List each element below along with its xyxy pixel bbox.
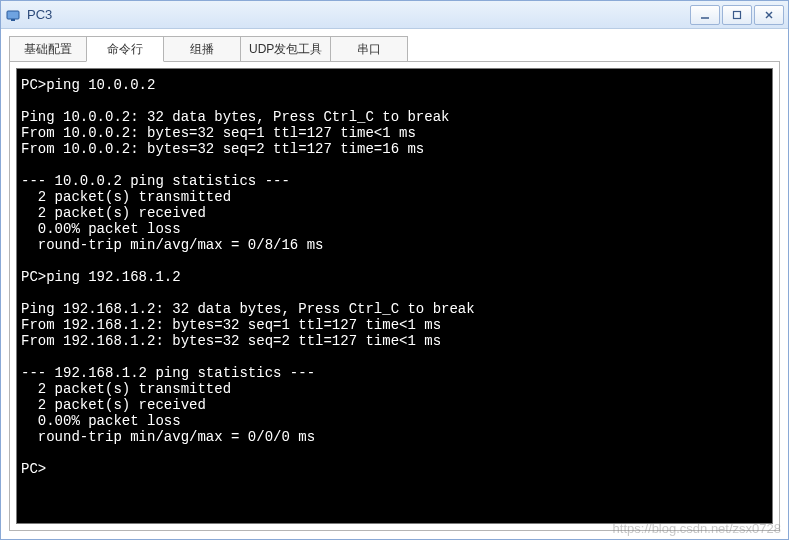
window-title: PC3 — [27, 7, 52, 22]
tab-multicast[interactable]: 组播 — [163, 36, 241, 62]
window-controls — [688, 5, 784, 25]
tab-serial[interactable]: 串口 — [330, 36, 408, 62]
minimize-button[interactable] — [690, 5, 720, 25]
content-area: 基础配置 命令行 组播 UDP发包工具 串口 PC>ping 10.0.0.2 … — [1, 29, 788, 539]
app-window: PC3 基础配置 命令行 组播 UDP发包工具 — [0, 0, 789, 540]
tab-panel: PC>ping 10.0.0.2 Ping 10.0.0.2: 32 data … — [9, 61, 780, 531]
close-button[interactable] — [754, 5, 784, 25]
svg-rect-3 — [734, 11, 741, 18]
tab-label: UDP发包工具 — [249, 41, 322, 58]
tab-bar: 基础配置 命令行 组播 UDP发包工具 串口 — [9, 35, 780, 61]
svg-rect-1 — [11, 19, 15, 21]
tab-basic-config[interactable]: 基础配置 — [9, 36, 87, 62]
tab-label: 串口 — [357, 41, 381, 58]
maximize-button[interactable] — [722, 5, 752, 25]
titlebar: PC3 — [1, 1, 788, 29]
tab-command-line[interactable]: 命令行 — [86, 36, 164, 62]
svg-rect-0 — [7, 11, 19, 19]
tab-label: 命令行 — [107, 41, 143, 58]
app-icon — [5, 7, 21, 23]
terminal-output[interactable]: PC>ping 10.0.0.2 Ping 10.0.0.2: 32 data … — [16, 68, 773, 524]
tab-udp-tool[interactable]: UDP发包工具 — [240, 36, 331, 62]
tab-label: 组播 — [190, 41, 214, 58]
tab-label: 基础配置 — [24, 41, 72, 58]
